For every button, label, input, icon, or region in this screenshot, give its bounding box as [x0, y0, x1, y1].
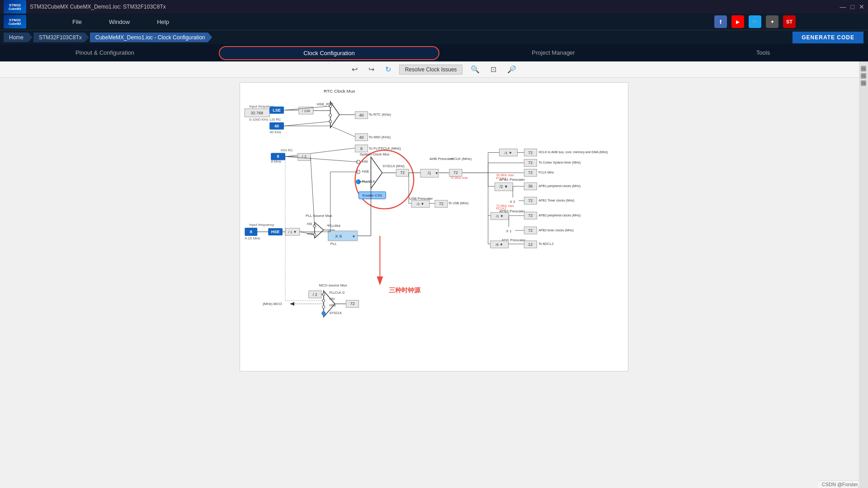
- svg-text:HSE: HSE: [362, 169, 369, 174]
- svg-text:/1 ▼: /1 ▼: [505, 151, 512, 155]
- svg-text:X 2: X 2: [509, 200, 515, 204]
- svg-text:HSI: HSI: [307, 222, 312, 225]
- close-btn[interactable]: ✕: [859, 3, 864, 10]
- resolve-clock-issues-button[interactable]: Resolve Clock Issues: [399, 65, 463, 75]
- zoom-out-button[interactable]: 🔎: [505, 64, 519, 75]
- svg-text:HSI: HSI: [330, 297, 335, 300]
- titlebar-controls[interactable]: — □ ✕: [840, 3, 864, 10]
- svg-text:APB2 timer clocks (MHz): APB2 timer clocks (MHz): [538, 229, 573, 232]
- undo-button[interactable]: ↩: [349, 64, 360, 75]
- breadcrumb-device[interactable]: STM32F103C8Tx: [33, 33, 89, 42]
- tab-tools[interactable]: Tools: [658, 45, 868, 61]
- facebook-icon[interactable]: f: [714, 15, 727, 28]
- svg-text:72: 72: [439, 202, 443, 206]
- rtc-mux-label: RTC Clock Mux: [324, 89, 355, 94]
- svg-text:To USB (MHz): To USB (MHz): [448, 202, 469, 205]
- svg-text:PLLCLK: PLLCLK: [362, 179, 376, 183]
- svg-text:System Clock Mux: System Clock Mux: [360, 152, 390, 156]
- titlebar-left: STM32 CubeMX STM32CubeMX CubeMX_Demo1.io…: [4, 0, 166, 14]
- redo-button[interactable]: ↪: [366, 64, 377, 75]
- zoom-in-button[interactable]: 🔍: [468, 64, 482, 75]
- sidebar-handle-2[interactable]: Z: [861, 73, 866, 79]
- svg-point-176: [322, 305, 325, 308]
- youtube-icon[interactable]: ▶: [731, 15, 744, 28]
- generate-code-button[interactable]: GENERATE CODE: [793, 32, 863, 43]
- tab-project[interactable]: Project Manager: [448, 45, 658, 61]
- svg-text:To Cortex System timer (MHz): To Cortex System timer (MHz): [538, 161, 580, 164]
- svg-text:LSE: LSE: [273, 108, 280, 113]
- logo-area: STM32 CubeMX: [4, 14, 26, 30]
- sidebar-handle-1[interactable]: Z: [861, 66, 866, 71]
- svg-text:32.768: 32.768: [251, 111, 263, 115]
- svg-text:▼: ▼: [435, 171, 439, 175]
- svg-text:72 MHz max: 72 MHz max: [496, 204, 514, 207]
- svg-text:/ 128: / 128: [302, 109, 310, 113]
- svg-text:PCLK1: PCLK1: [496, 177, 506, 180]
- refresh-button[interactable]: ↻: [382, 64, 394, 75]
- twitter-icon[interactable]: 🐦: [749, 15, 761, 28]
- svg-text:/1 ▼: /1 ▼: [417, 202, 425, 206]
- maximize-btn[interactable]: □: [851, 3, 854, 10]
- main-content: RTC Clock Mux Input frequency 32.768 0-1…: [0, 78, 868, 488]
- svg-text:/ 2: / 2: [313, 292, 317, 297]
- tab-clock[interactable]: Clock Configuration: [219, 46, 439, 60]
- svg-point-177: [322, 311, 326, 315]
- window-title: STM32CubeMX CubeMX_Demo1.ioc: STM32F103C…: [30, 4, 166, 10]
- tab-pinout[interactable]: Pinout & Configuration: [0, 45, 210, 61]
- svg-text:Enable CSS: Enable CSS: [363, 193, 382, 197]
- svg-text:FCLK MHz: FCLK MHz: [538, 171, 554, 174]
- svg-text:X 1: X 1: [506, 229, 512, 233]
- svg-text:PLL: PLL: [330, 242, 337, 246]
- titlebar: STM32 CubeMX STM32CubeMX CubeMX_Demo1.io…: [0, 0, 868, 14]
- svg-text:72: 72: [528, 198, 533, 203]
- svg-text:0-1000 KHz: 0-1000 KHz: [249, 117, 268, 122]
- clock-diagram-svg: RTC Clock Mux Input frequency 32.768 0-1…: [240, 83, 628, 371]
- breadcrumb: Home STM32F103C8Tx CubeMeMX_Demo1.ioc - …: [0, 30, 868, 44]
- svg-text:40: 40: [359, 135, 364, 140]
- svg-text:PCLK2: PCLK2: [496, 207, 506, 210]
- breadcrumb-config[interactable]: CubeMeMX_Demo1.ioc - Clock Configuration: [90, 33, 212, 42]
- svg-text:APB1 Timer clocks (MHz): APB1 Timer clocks (MHz): [538, 199, 574, 202]
- svg-text:三种时钟源: 三种时钟源: [389, 286, 421, 294]
- network-icon[interactable]: ✦: [766, 15, 778, 28]
- svg-text:12: 12: [528, 242, 533, 247]
- svg-text:72: 72: [528, 228, 533, 233]
- menu-help[interactable]: Help: [157, 19, 169, 25]
- svg-text:APB1 peripheral clocks (MHz): APB1 peripheral clocks (MHz): [538, 184, 580, 188]
- minimize-btn[interactable]: —: [840, 3, 846, 10]
- toolbar: ↩ ↪ ↻ Resolve Clock Issues 🔍 ⊡ 🔎: [0, 61, 868, 78]
- svg-text:PLL Source Mux: PLL Source Mux: [306, 214, 332, 218]
- svg-text:8: 8: [250, 230, 252, 234]
- svg-text:To IWD (KHz): To IWD (KHz): [368, 135, 391, 139]
- svg-text:72: 72: [400, 170, 405, 175]
- svg-text:8: 8: [360, 146, 363, 151]
- svg-text:/2 ▼: /2 ▼: [500, 184, 508, 189]
- svg-text:8: 8: [277, 154, 279, 159]
- clock-diagram[interactable]: RTC Clock Mux Input frequency 32.768 0-1…: [240, 82, 628, 371]
- svg-text:HSI RC: HSI RC: [281, 148, 293, 152]
- svg-text:HSE: HSE: [330, 304, 336, 307]
- sidebar-handle-3[interactable]: Z: [861, 80, 866, 86]
- app-logo: STM32 CubeMX: [4, 0, 26, 14]
- svg-text:To RTC (KHz): To RTC (KHz): [368, 113, 391, 117]
- menubar-right: f ▶ 🐦 ✦ ST: [714, 15, 796, 28]
- st-icon[interactable]: ST: [783, 15, 796, 28]
- svg-text:▼: ▼: [352, 235, 356, 239]
- fit-button[interactable]: ⊡: [488, 64, 499, 75]
- svg-text:72: 72: [528, 213, 533, 218]
- svg-text:HCLK (MHz): HCLK (MHz): [451, 157, 472, 161]
- breadcrumb-home[interactable]: Home: [4, 33, 33, 42]
- menu-window[interactable]: Window: [109, 19, 130, 25]
- svg-text:/ 2: / 2: [302, 155, 307, 159]
- svg-text:/ 1 ▼: / 1 ▼: [288, 230, 297, 234]
- svg-text:X 9: X 9: [335, 234, 342, 239]
- svg-text:HSI: HSI: [362, 160, 368, 164]
- svg-text:36 MHz max: 36 MHz max: [496, 174, 514, 177]
- menubar-logo: STM32 CubeMX: [4, 15, 26, 28]
- svg-text:40: 40: [359, 113, 364, 117]
- menu-file[interactable]: File: [72, 19, 82, 25]
- svg-text:LSI RC: LSI RC: [269, 117, 281, 122]
- status-text: CSDN @Forster_C: [822, 482, 864, 487]
- svg-text:/1 ▼: /1 ▼: [496, 214, 504, 218]
- svg-text:72: 72: [528, 160, 533, 165]
